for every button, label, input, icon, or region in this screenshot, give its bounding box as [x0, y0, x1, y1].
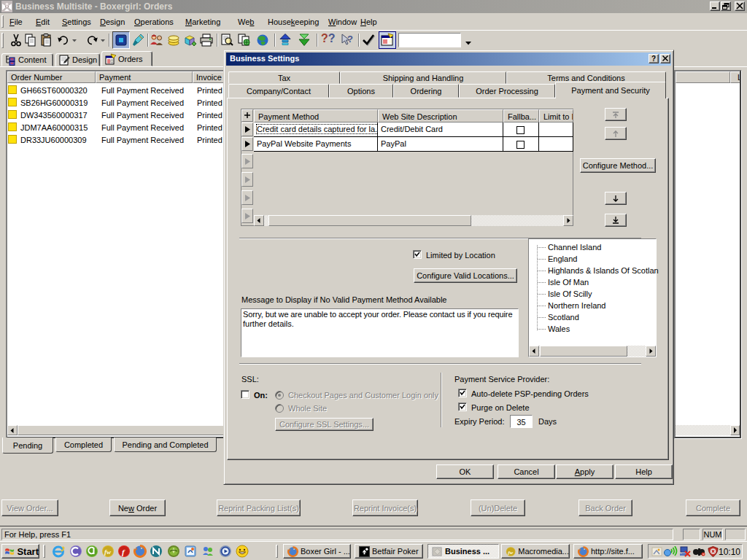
svg-text:?: ?: [651, 55, 656, 63]
svg-text:?: ?: [347, 34, 353, 44]
svg-text:fw: fw: [104, 548, 112, 556]
svg-text:fw: fw: [508, 549, 513, 555]
